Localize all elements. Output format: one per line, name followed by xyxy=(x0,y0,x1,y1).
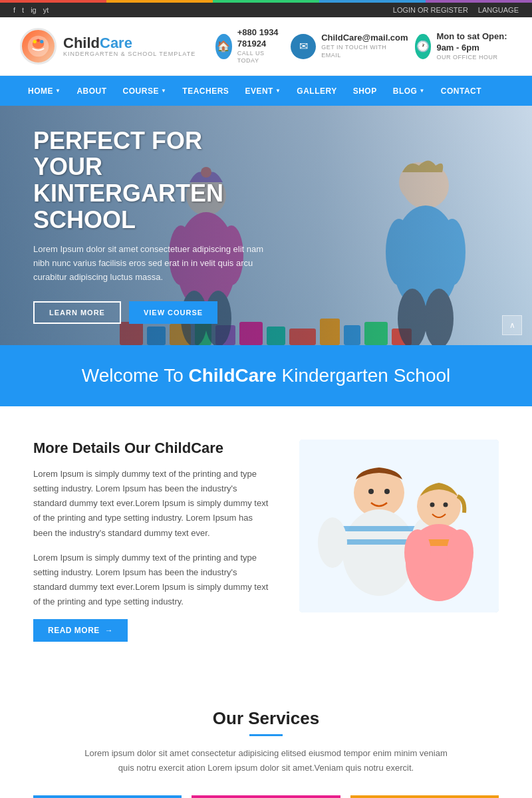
about-image xyxy=(299,440,499,612)
email-label: GET IN TOUCH WITH EMAIL xyxy=(321,44,408,59)
email-icon: ✉ xyxy=(291,34,316,59)
instagram-icon[interactable]: ig xyxy=(31,6,37,14)
blog-dropdown-arrow: ▼ xyxy=(419,88,424,94)
phone-contact: 🏠 +880 1934 781924 CALL US TODAY xyxy=(215,27,284,65)
logo-child: Child xyxy=(63,35,100,51)
nav-course[interactable]: COURSE ▼ xyxy=(115,76,175,106)
language-link[interactable]: LANGUAGE xyxy=(478,6,519,14)
navbar: HOME ▼ ABOUT COURSE ▼ TEACHERS EVENT ▼ G… xyxy=(0,76,532,106)
svg-point-27 xyxy=(384,489,390,494)
welcome-text-bold: ChildCare xyxy=(189,365,277,386)
email-detail: ChildCare@mail.com GET IN TOUCH WITH EMA… xyxy=(321,33,408,59)
welcome-text: Welcome To ChildCare Kindergarten School xyxy=(20,365,512,386)
service-card-2[interactable] xyxy=(192,795,340,798)
services-description: Lorem ipsum dolor sit amet consectetur a… xyxy=(83,746,449,775)
nav-about[interactable]: ABOUT xyxy=(68,76,114,106)
arrow-icon: → xyxy=(105,626,114,635)
svg-point-34 xyxy=(444,503,448,507)
service-cards xyxy=(33,795,499,798)
hero-content: PERFECT FOR YOUR KINTERGARTEN SCHOOL Lor… xyxy=(0,106,306,345)
phone-number: +880 1934 781924 xyxy=(237,27,284,50)
email-contact: ✉ ChildCare@mail.com GET IN TOUCH WITH E… xyxy=(291,33,408,59)
svg-point-2 xyxy=(33,40,37,43)
youtube-icon[interactable]: yt xyxy=(43,6,49,14)
hero-buttons: LEARN MORE VIEW COURSE xyxy=(33,301,273,324)
facebook-icon[interactable]: f xyxy=(13,6,15,14)
social-links: f t ig yt xyxy=(13,6,49,14)
svg-point-33 xyxy=(430,503,435,507)
about-section: More Details Our ChildCare Lorem Ipsum i… xyxy=(0,406,532,675)
phone-detail: +880 1934 781924 CALL US TODAY xyxy=(237,27,284,65)
services-title: Our Services xyxy=(33,708,499,729)
read-more-label: READ MORE xyxy=(48,626,100,635)
course-dropdown-arrow: ▼ xyxy=(161,88,166,94)
hero-title: PERFECT FOR YOUR KINTERGARTEN SCHOOL xyxy=(33,128,273,233)
nav-event[interactable]: EVENT ▼ xyxy=(237,76,289,106)
about-text-1: Lorem Ipsum is simply dummy text of the … xyxy=(33,467,273,540)
svg-point-26 xyxy=(368,489,374,494)
clock-icon: 🕐 xyxy=(415,34,432,59)
learn-more-button[interactable]: LEARN MORE xyxy=(33,301,121,324)
header: ChildCare KINDERGARTEN & SCHOOL TEMPLATE… xyxy=(0,17,532,76)
svg-point-24 xyxy=(318,517,347,568)
hours-label: OUR OFFICE HOUR xyxy=(436,54,512,62)
phone-label: CALL US TODAY xyxy=(237,50,284,65)
nav-teachers[interactable]: TEACHERS xyxy=(174,76,237,106)
about-title: More Details Our ChildCare xyxy=(33,440,273,457)
office-hours: Mon to sat Open: 9am - 6pm xyxy=(436,31,512,54)
svg-point-4 xyxy=(37,39,39,42)
service-card-1[interactable] xyxy=(33,795,182,798)
phone-icon: 🏠 xyxy=(215,34,232,59)
svg-point-31 xyxy=(404,529,431,576)
event-dropdown-arrow: ▼ xyxy=(275,88,281,94)
svg-point-32 xyxy=(447,529,473,576)
read-more-button[interactable]: READ MORE → xyxy=(33,619,128,642)
services-section: Our Services Lorem ipsum dolor sit amet … xyxy=(0,675,532,798)
hours-contact: 🕐 Mon to sat Open: 9am - 6pm OUR OFFICE … xyxy=(415,31,512,61)
nav-blog[interactable]: BLOG ▼ xyxy=(385,76,433,106)
logo[interactable]: ChildCare KINDERGARTEN & SCHOOL TEMPLATE xyxy=(20,28,196,65)
nav-gallery[interactable]: GALLERY xyxy=(289,76,344,106)
home-dropdown-arrow: ▼ xyxy=(55,88,61,94)
top-bar: f t ig yt LOGIN OR REGISTER LANGUAGE xyxy=(0,3,532,17)
logo-care: Care xyxy=(100,35,132,51)
svg-point-28 xyxy=(417,484,461,528)
hero-section: PERFECT FOR YOUR KINTERGARTEN SCHOOL Lor… xyxy=(0,106,532,345)
logo-subtitle: KINDERGARTEN & SCHOOL TEMPLATE xyxy=(63,51,196,58)
svg-point-3 xyxy=(40,40,43,43)
svg-rect-22 xyxy=(342,526,416,531)
welcome-section: Welcome To ChildCare Kindergarten School xyxy=(0,345,532,406)
nav-home[interactable]: HOME ▼ xyxy=(20,76,68,106)
nav-shop[interactable]: SHOP xyxy=(345,76,385,106)
twitter-icon[interactable]: t xyxy=(22,6,24,14)
welcome-text-normal: Welcome To xyxy=(82,365,189,386)
scroll-up-button[interactable]: ∧ xyxy=(502,315,522,335)
svg-rect-23 xyxy=(342,539,416,545)
service-card-3[interactable] xyxy=(350,795,499,798)
view-course-button[interactable]: VIEW COURSE xyxy=(129,301,217,324)
hours-detail: Mon to sat Open: 9am - 6pm OUR OFFICE HO… xyxy=(436,31,512,61)
about-text-2: Lorem Ipsum is simply dummy text of the … xyxy=(33,551,273,609)
logo-text: ChildCare KINDERGARTEN & SCHOOL TEMPLATE xyxy=(63,35,196,58)
services-divider xyxy=(249,734,283,736)
header-contacts: 🏠 +880 1934 781924 CALL US TODAY ✉ Child… xyxy=(215,27,512,65)
hero-description: Lorem Ipsum dolor sit amet consectetuer … xyxy=(33,243,273,284)
email-address: ChildCare@mail.com xyxy=(321,33,408,44)
nav-contact[interactable]: CONTACT xyxy=(433,76,489,106)
login-register-link[interactable]: LOGIN OR REGISTER xyxy=(393,6,468,14)
about-content: More Details Our ChildCare Lorem Ipsum i… xyxy=(33,440,273,642)
welcome-text-end: Kindergarten School xyxy=(277,365,451,386)
top-bar-right: LOGIN OR REGISTER LANGUAGE xyxy=(393,6,519,14)
logo-icon xyxy=(20,28,57,65)
